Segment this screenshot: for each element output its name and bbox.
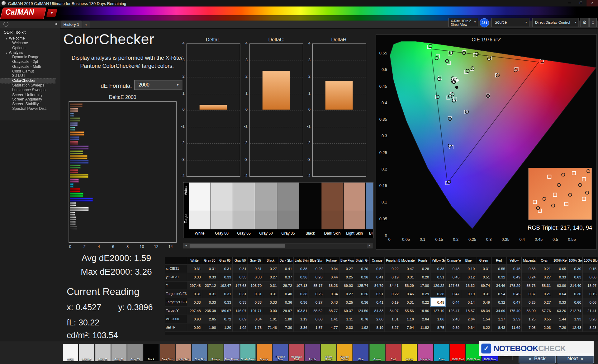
sidebar-item-saturation-sweeps[interactable]: Saturation Sweeps [0,83,60,88]
table-cell[interactable]: 0.31 [217,264,233,273]
table-cell[interactable]: 0.34 [324,264,339,273]
table-cell[interactable]: 1.92 [354,323,370,331]
table-cell[interactable]: 0.33 [233,273,248,281]
table-cell[interactable]: 0.44 [446,298,461,306]
table-cell[interactable]: 0.24 [522,273,537,281]
layout-button[interactable]: □ [589,18,597,27]
table-cell[interactable]: 0.27 [309,298,324,306]
table-cell[interactable]: 4.77 [324,323,339,331]
patch-gray-35[interactable]: Gray 35 [127,344,143,361]
table-cell[interactable]: 0.51 [476,273,491,281]
table-cell[interactable]: 0.25 [522,298,537,306]
table-cell[interactable]: 29.97 [278,306,293,315]
table-cell[interactable]: 0.38 [522,264,537,273]
patch-white[interactable]: White [63,344,78,361]
patch-gray-65[interactable]: Gray 65 [95,344,111,361]
table-cell[interactable]: 0.20 [415,273,430,281]
sidebar-item-3d-lut[interactable]: 3D LUT [0,74,60,78]
table-cell[interactable]: 1.11 [339,315,354,323]
table-cell[interactable]: 0.31 [476,264,491,273]
table-cell[interactable]: 214.40 [567,281,583,290]
table-cell[interactable]: 0.31 [248,264,263,273]
table-cell[interactable]: 0.41 [278,264,293,273]
table-cell[interactable]: 129.22 [430,281,446,290]
table-cell[interactable]: 0.27 [263,273,278,281]
table-cell[interactable]: 8.75 [430,323,446,331]
table-cell[interactable]: 0.37 [278,273,293,281]
calman-logo[interactable]: CalMAN [5,8,34,16]
sidebar-item-options[interactable]: Options [0,45,60,50]
strip-swatch-black[interactable]: Black [299,183,321,238]
table-cell[interactable]: 0.49 [476,298,491,306]
table-cell[interactable]: 0.38 [430,264,446,273]
table-cell[interactable]: 0.25 [309,264,324,273]
patch-gray-80[interactable]: Gray 80 [79,344,94,361]
table-cell[interactable]: 7.05 [522,323,537,331]
patch-blue-flower[interactable]: Blue Flower [224,344,240,361]
table-cell[interactable]: 7.26 [552,323,567,331]
table-cell[interactable]: 69.03 [339,281,354,290]
table-cell[interactable]: 7.30 [278,323,293,331]
patch-magenta[interactable]: Magenta [418,344,433,361]
table-cell[interactable]: 0.31 [263,281,278,290]
strip-swatch-gray-50[interactable]: Gray 50 [255,183,277,238]
table-cell[interactable]: 0.33 [552,273,567,281]
table-cell[interactable]: 2.43 [446,315,461,323]
display-control-dropdown[interactable]: Direct Display Control ▼ [532,18,579,27]
patch-bluish-green[interactable]: Bluish Green [240,344,256,361]
table-cell[interactable]: 103.81 [293,306,309,315]
table-cell[interactable]: 1.90 [202,323,217,331]
patch-dark-skin[interactable]: Dark Skin [160,344,175,361]
patch-purplish-blue[interactable]: Purplish Blue [273,344,288,361]
table-cell[interactable]: 0.38 [430,290,446,298]
table-cell[interactable]: 0.22 [385,264,400,273]
table-cell[interactable]: 0.65 [552,264,567,273]
table-cell[interactable]: 1.01 [263,315,278,323]
table-cell[interactable]: 0.33 [233,298,248,306]
sidebar-collapse-icon[interactable]: ◀ [55,22,57,26]
table-cell[interactable]: 147.63 [233,281,248,290]
table-cell[interactable]: 189.67 [217,306,233,315]
table-cell[interactable]: 34.46 [491,281,506,290]
table-cell[interactable]: 16.32 [461,281,476,290]
table-cell[interactable]: 0.32 [491,298,506,306]
table-cell[interactable]: 2.64 [415,315,430,323]
table-cell[interactable]: 0.27 [339,290,354,298]
table-cell[interactable]: 0.41 [369,298,385,306]
meter-dropdown[interactable]: X-Rite i1Pro 2 Direct View ▼ [448,18,478,27]
table-cell[interactable]: 63.06 [552,281,567,290]
table-cell[interactable]: 0.33 [248,273,263,281]
sidebar-item-welcome[interactable]: Welcome [0,41,60,45]
table-cell[interactable]: 18.57 [461,306,476,315]
table-cell[interactable]: 69.74 [476,281,491,290]
table-cell[interactable]: 0.92 [187,323,202,331]
maximize-button[interactable]: □ [575,0,587,7]
strip-swatch-blue-sky[interactable]: Blue Sky [366,183,373,238]
table-cell[interactable]: 0.31 [233,290,248,298]
table-cell[interactable]: 0.29 [415,290,430,298]
table-cell[interactable]: 2.64 [461,315,476,323]
table-cell[interactable]: 3.26 [582,315,598,323]
table-cell[interactable]: 12.43 [567,323,583,331]
strip-swatch-gray-35[interactable]: Gray 35 [277,183,299,238]
table-cell[interactable]: 9.64 [461,323,476,331]
table-cell[interactable]: 1.19 [293,315,309,323]
table-cell[interactable]: 8.23 [582,323,598,331]
table-cell[interactable]: 1.16 [400,315,415,323]
table-cell[interactable]: 38.23 [324,281,339,290]
table-cell[interactable]: 0.19 [461,290,476,298]
table-cell[interactable]: 0.06 [582,273,598,281]
table-cell[interactable]: 34.41 [385,281,400,290]
table-cell[interactable]: 0.27 [263,264,278,273]
table-cell[interactable]: 0.51 [369,290,385,298]
table-cell[interactable]: 0.31 [400,273,415,281]
table-cell[interactable]: 71.46 [263,323,278,331]
table-cell[interactable]: 55.56 [400,306,415,315]
table-cell[interactable]: 0.36 [354,273,370,281]
table-cell[interactable]: 0.06 [582,298,598,306]
table-cell[interactable]: 0.00 [263,306,278,315]
patch-gray-50[interactable]: Gray 50 [111,344,126,361]
table-cell[interactable]: 1.20 [217,323,233,331]
table-cell[interactable]: 1.57 [309,323,324,331]
table-cell[interactable]: 0.33 [217,273,233,281]
